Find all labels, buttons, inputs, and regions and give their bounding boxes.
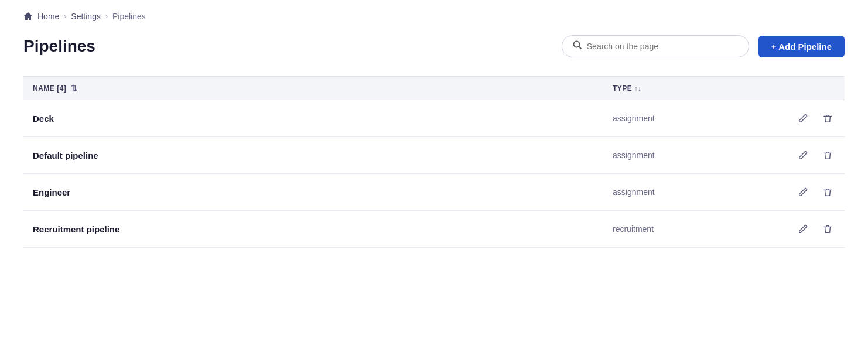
breadcrumb-current: Pipelines [112, 12, 146, 21]
cell-actions-3 [788, 221, 835, 237]
svg-line-1 [579, 47, 581, 49]
table-row: Default pipeline assignment [23, 137, 845, 174]
search-box[interactable] [562, 35, 749, 57]
cell-type-1: assignment [613, 151, 788, 160]
table-row: Deck assignment [23, 100, 845, 137]
breadcrumb: Home › Settings › Pipelines [23, 12, 845, 21]
cell-type-0: assignment [613, 114, 788, 123]
delete-button-3[interactable] [820, 221, 835, 237]
cell-name-0: Deck [33, 114, 613, 124]
cell-name-1: Default pipeline [33, 151, 613, 160]
header-row: Pipelines + Add Pipeline [23, 35, 845, 57]
page-container: Home › Settings › Pipelines Pipelines + … [0, 0, 868, 259]
breadcrumb-sep-2: › [105, 12, 108, 20]
cell-name-2: Engineer [33, 187, 613, 197]
col-header-type[interactable]: TYPE ↑↓ [613, 84, 788, 93]
breadcrumb-sep-1: › [64, 12, 66, 20]
pipelines-table: NAME [4] ⇅ TYPE ↑↓ Deck assignment [23, 76, 845, 248]
cell-actions-2 [788, 184, 835, 200]
delete-button-1[interactable] [820, 148, 835, 163]
delete-button-0[interactable] [820, 111, 835, 126]
cell-actions-1 [788, 148, 835, 163]
cell-type-3: recruitment [613, 224, 788, 234]
home-icon [23, 12, 33, 21]
table-row: Engineer assignment [23, 174, 845, 211]
edit-button-0[interactable] [795, 111, 811, 126]
table-body: Deck assignment Default pipeline [23, 100, 845, 248]
name-filter-icon[interactable]: ⇅ [71, 84, 78, 93]
header-actions: + Add Pipeline [562, 35, 845, 57]
search-icon [573, 40, 582, 52]
edit-button-1[interactable] [795, 148, 811, 163]
breadcrumb-home[interactable]: Home [37, 12, 59, 21]
svg-point-0 [573, 42, 579, 47]
col-header-name[interactable]: NAME [4] ⇅ [33, 84, 613, 93]
delete-button-2[interactable] [820, 184, 835, 200]
add-pipeline-button[interactable]: + Add Pipeline [758, 36, 845, 57]
type-sort-icon[interactable]: ↑↓ [634, 85, 641, 92]
edit-button-2[interactable] [795, 184, 811, 200]
table-header: NAME [4] ⇅ TYPE ↑↓ [23, 77, 845, 100]
cell-actions-0 [788, 111, 835, 126]
search-input[interactable] [587, 42, 738, 51]
edit-button-3[interactable] [795, 221, 811, 237]
page-title: Pipelines [23, 37, 95, 56]
breadcrumb-settings[interactable]: Settings [71, 12, 101, 21]
table-row: Recruitment pipeline recruitment [23, 211, 845, 248]
cell-type-2: assignment [613, 187, 788, 197]
cell-name-3: Recruitment pipeline [33, 224, 613, 234]
